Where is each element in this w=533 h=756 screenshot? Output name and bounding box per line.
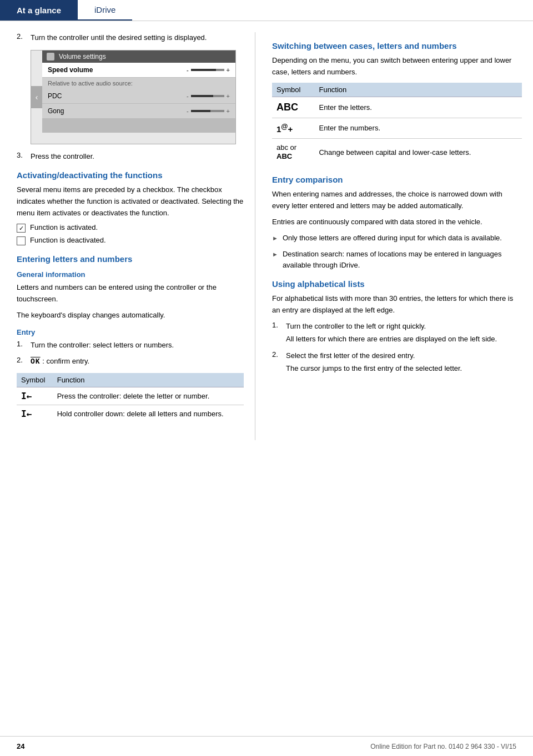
check-deactivated: Function is deactivated. [17, 236, 244, 245]
volume-bottom-area [42, 119, 235, 133]
symbol-table-right: Symbol Function ABC Enter the letters. 1… [272, 83, 522, 167]
section-alpha-lists-heading: Using alphabetical lists [272, 279, 522, 289]
list-item: ► Only those letters are offered during … [272, 233, 522, 244]
volume-row-gong: Gong - + [42, 104, 235, 119]
symbol-table-left: Symbol Function I← Press the controller:… [17, 373, 244, 422]
table-row: abc orABC Change between capital and low… [272, 138, 522, 166]
main-content: 2. Turn the controller until the desired… [0, 21, 533, 440]
table-row: ABC Enter the letters. [272, 97, 522, 118]
sub-heading-general: General information [17, 270, 244, 279]
tab-idrive[interactable]: iDrive [78, 0, 132, 21]
right-column: Switching between cases, letters and num… [255, 32, 533, 440]
step-3: 3. Press the controller. [17, 151, 244, 162]
section-switching-body: Depending on the menu, you can switch be… [272, 55, 522, 78]
page-footer: 24 Online Edition for Part no. 0140 2 96… [0, 736, 533, 756]
chevron-icon: ► [272, 250, 278, 259]
right-table-col-symbol: Symbol [272, 83, 314, 97]
volume-row-pdc: PDC - + [42, 89, 235, 104]
footer-edition-text: Online Edition for Part no. 0140 2 964 3… [370, 743, 516, 750]
volume-sub-label: Relative to active audio source: [42, 78, 235, 89]
general-info-body2: The keyboard's display changes automatic… [17, 310, 244, 321]
alpha-step-1: 1. Turn the controller to the left or ri… [272, 321, 522, 345]
volume-title-bar: Volume settings [42, 51, 235, 63]
volume-settings-diagram: ‹ Volume settings Speed volume - + Relat… [31, 50, 236, 144]
table-row: I← Press the controller: delete the lett… [17, 387, 244, 405]
step-2: 2. Turn the controller until the desired… [17, 32, 244, 43]
entry-comparison-body2: Entries are continuously compared with d… [272, 216, 522, 228]
left-arrow-icon: ‹ [31, 86, 42, 108]
section-entering-heading: Entering letters and numbers [17, 254, 244, 264]
table-row: I← Hold controller down: delete all lett… [17, 405, 244, 422]
section-switching-heading: Switching between cases, letters and num… [272, 41, 522, 51]
table-col-symbol: Symbol [17, 373, 53, 387]
checkbox-deactivated [17, 236, 26, 245]
general-info-body1: Letters and numbers can be entered using… [17, 282, 244, 305]
checkbox-activated [17, 224, 26, 233]
volume-row-speed: Speed volume - + [42, 63, 235, 78]
section-activating-body: Several menu items are preceded by a che… [17, 184, 244, 219]
sub-heading-entry: Entry [17, 328, 244, 336]
left-column: 2. Turn the controller until the desired… [0, 32, 255, 440]
entry-step-1: 1. Turn the controller: select letters o… [17, 340, 244, 351]
ok-symbol: OK [31, 357, 41, 366]
section-entry-comparison-heading: Entry comparison [272, 175, 522, 184]
section-activating-heading: Activating/deactivating the functions [17, 170, 244, 180]
page-header: At a glance iDrive [0, 0, 533, 21]
home-icon [47, 53, 54, 61]
table-col-function: Function [53, 373, 244, 387]
chevron-icon: ► [272, 234, 278, 243]
entry-step-2: 2. OK : confirm entry. [17, 356, 244, 367]
page-number: 24 [17, 742, 24, 750]
alpha-lists-body: For alphabetical lists with more than 30… [272, 293, 522, 316]
entry-comparison-body1: When entering names and addresses, the c… [272, 189, 522, 212]
right-table-col-function: Function [314, 83, 522, 97]
alpha-step-2: 2. Select the first letter of the desire… [272, 350, 522, 374]
list-item: ► Destination search: names of locations… [272, 249, 522, 270]
table-row: 1@+ Enter the numbers. [272, 118, 522, 138]
entry-comparison-bullets: ► Only those letters are offered during … [272, 233, 522, 271]
check-activated: Function is activated. [17, 223, 244, 233]
tab-at-a-glance[interactable]: At a glance [0, 0, 78, 21]
